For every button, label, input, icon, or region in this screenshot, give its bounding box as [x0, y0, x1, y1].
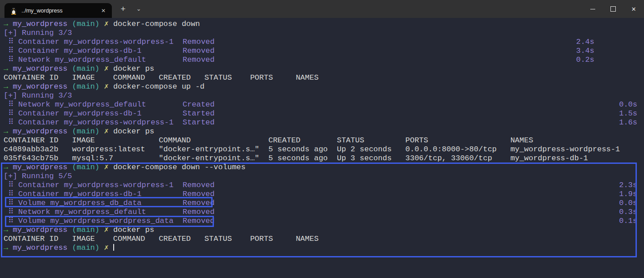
- new-tab-button[interactable]: +: [116, 4, 130, 15]
- duration-value: 0.1s: [619, 217, 637, 226]
- terminal-line: ⠿ Network my_wordpress_default Created0.…: [0, 100, 644, 109]
- close-icon: ✕: [631, 6, 636, 12]
- duration-value: 0.0s: [619, 199, 637, 208]
- duration-value: 1.9s: [619, 190, 637, 199]
- terminal-line: → my_wordpress (main) ✗ docker-compose d…: [0, 20, 644, 29]
- duration-value: 1.5s: [619, 109, 637, 118]
- tab-dropdown-button[interactable]: ⌄: [132, 4, 145, 15]
- duration-value: 3.4s: [576, 47, 594, 56]
- terminal-line: ⠿ Container my_wordpress-db-1 Removed3.4…: [0, 47, 644, 56]
- window-controls: ✕: [582, 0, 644, 18]
- tab-close-icon[interactable]: ✕: [99, 7, 107, 15]
- terminal-line: [+] Running 3/3: [0, 29, 644, 38]
- maximize-button[interactable]: [603, 0, 623, 18]
- terminal-line: ⠿ Container my_wordpress-wordpress-1 Sta…: [0, 118, 644, 127]
- tux-linux-icon: [10, 7, 17, 15]
- terminal-line: ⠿ Network my_wordpress_default Removed0.…: [0, 56, 644, 64]
- minimize-button[interactable]: [582, 0, 603, 18]
- terminal-line: → my_wordpress (main) ✗ docker ps: [0, 226, 644, 235]
- terminal-line: CONTAINER ID IMAGE COMMAND CREATED STATU…: [0, 73, 644, 82]
- terminal-line: ⠿ Container my_wordpress-wordpress-1 Rem…: [0, 38, 644, 47]
- tab-title: ../my_wordpress: [21, 8, 99, 14]
- terminal-line: CONTAINER ID IMAGE COMMAND CREATED STATU…: [0, 235, 644, 244]
- terminal-line: ⠿ Container my_wordpress-db-1 Removed1.9…: [0, 190, 644, 199]
- text-cursor: [113, 244, 114, 251]
- terminal-line: [+] Running 5/5: [0, 172, 644, 181]
- terminal-viewport[interactable]: → my_wordpress (main) ✗ docker-compose d…: [0, 18, 644, 278]
- maximize-icon: [610, 6, 616, 12]
- terminal-line: ⠿ Volume my_wordpress_db_data Removed0.0…: [0, 199, 644, 208]
- minimize-icon: [590, 9, 595, 9]
- titlebar[interactable]: ../my_wordpress ✕ + ⌄ ✕: [0, 0, 644, 18]
- duration-value: 0.2s: [576, 56, 594, 64]
- duration-value: 2.4s: [576, 38, 594, 47]
- terminal-line: [+] Running 3/3: [0, 91, 644, 100]
- duration-value: 2.3s: [619, 181, 637, 190]
- terminal-line: → my_wordpress (main) ✗ docker-compose u…: [0, 82, 644, 91]
- terminal-line: ⠿ Container my_wordpress-wordpress-1 Rem…: [0, 181, 644, 190]
- duration-value: 0.3s: [619, 208, 637, 217]
- terminal-line: → my_wordpress (main) ✗ docker ps: [0, 64, 644, 73]
- terminal-tab[interactable]: ../my_wordpress ✕: [4, 3, 112, 18]
- terminal-line: → my_wordpress (main) ✗ docker ps: [0, 127, 644, 136]
- duration-value: 0.0s: [619, 100, 637, 109]
- terminal-line: ⠿ Container my_wordpress-db-1 Started1.5…: [0, 109, 644, 118]
- terminal-line: ⠿ Volume my_wordpress_wordpress_data Rem…: [0, 217, 644, 226]
- close-button[interactable]: ✕: [623, 0, 644, 18]
- terminal-line: ⠿ Network my_wordpress_default Removed0.…: [0, 208, 644, 217]
- terminal-line: CONTAINER ID IMAGE COMMAND CREATED STATU…: [0, 136, 644, 145]
- duration-value: 1.6s: [619, 118, 637, 127]
- terminal-line: → my_wordpress (main) ✗ docker-compose d…: [0, 163, 644, 172]
- terminal-line: → my_wordpress (main) ✗: [0, 244, 644, 252]
- terminal-line: 035f643cb75b mysql:5.7 "docker-entrypoin…: [0, 154, 644, 163]
- terminal-line: c4089abb3a2b wordpress:latest "docker-en…: [0, 145, 644, 154]
